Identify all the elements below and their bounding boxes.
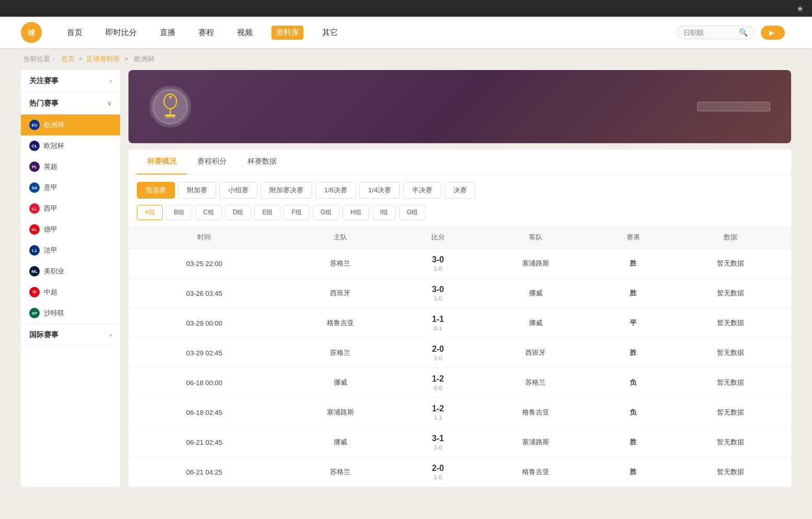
- ll-icon: LL: [29, 203, 40, 214]
- match-result: 胜: [596, 249, 670, 279]
- sidebar-header-follow[interactable]: 关注赛事 ›: [21, 70, 120, 92]
- away-team: 苏格兰: [475, 368, 596, 398]
- live-button[interactable]: ▶: [761, 26, 785, 40]
- match-result: 胜: [596, 279, 670, 308]
- header-right: 🔍 ▶: [677, 26, 791, 40]
- stage-tab-r16[interactable]: 1/8决赛: [315, 182, 356, 199]
- home-team: 挪威: [280, 428, 401, 457]
- table-row: 06-18 00:00 挪威 1-2 0-0 苏格兰 负 暂无数据: [128, 368, 791, 398]
- match-data: 暂无数据: [670, 428, 791, 457]
- table-row: 03-25 22:00 苏格兰 3-0 1-0 塞浦路斯 胜 暂无数据: [128, 249, 791, 279]
- table-row: 03-26 03:45 西班牙 3-0 1-0 挪威 胜 暂无数据: [128, 279, 791, 308]
- group-tab-g2[interactable]: G组: [399, 205, 426, 220]
- sidebar-item-bl[interactable]: BL 德甲: [21, 219, 120, 240]
- sidebar-item-mls[interactable]: ML 美职业: [21, 261, 120, 282]
- match-result: 负: [596, 398, 670, 428]
- group-tabs: A组 B组 C组 D组 E组 F组 G组 H组 I组 G组: [128, 203, 791, 226]
- sidebar-item-epl[interactable]: PL 英超: [21, 156, 120, 177]
- tournament-logo: ★ UEFA: [149, 86, 191, 128]
- group-tab-h[interactable]: H组: [343, 205, 369, 220]
- away-team: 挪威: [475, 279, 596, 308]
- search-input[interactable]: [684, 29, 736, 37]
- away-team: 格鲁吉亚: [475, 457, 596, 487]
- home-team: 塞浦路斯: [280, 398, 401, 428]
- sidebar-header-intl[interactable]: 国际赛事 ›: [21, 324, 120, 346]
- nav-item-直播[interactable]: 直播: [156, 26, 180, 40]
- match-time: 06-18 02:45: [128, 398, 280, 428]
- group-tab-c[interactable]: C组: [195, 205, 222, 220]
- stage-tab-final[interactable]: 决赛: [444, 182, 476, 199]
- nav-item-视频[interactable]: 视频: [233, 26, 257, 40]
- match-time: 06-21 02:45: [128, 428, 280, 457]
- match-score: 3-0 1-0: [401, 249, 475, 279]
- group-tab-d[interactable]: D组: [225, 205, 252, 220]
- nav-item-首页[interactable]: 首页: [63, 26, 87, 40]
- search-box[interactable]: 🔍: [677, 26, 755, 39]
- stage-tab-sf[interactable]: 半决赛: [403, 182, 441, 199]
- match-time: 06-18 00:00: [128, 368, 280, 398]
- col-home: 主队: [280, 226, 401, 249]
- match-time: 03-29 00:00: [128, 308, 280, 338]
- match-result: 胜: [596, 457, 670, 487]
- tab-data[interactable]: 杯赛数据: [237, 149, 287, 175]
- svg-text:UEFA: UEFA: [165, 115, 176, 120]
- match-data: 暂无数据: [670, 249, 791, 279]
- sidebar-item-euro[interactable]: EU 欧洲杯: [21, 114, 120, 135]
- tab-schedule[interactable]: 赛程积分: [187, 149, 237, 175]
- stage-tab-group[interactable]: 小组赛: [219, 182, 257, 199]
- sidebar-item-ll[interactable]: LL 西甲: [21, 198, 120, 219]
- sidebar-item-csl[interactable]: 中 中超: [21, 282, 120, 303]
- group-tab-f[interactable]: F组: [284, 205, 309, 220]
- header: 球 首页即时比分直播赛程视频资料库其它 🔍 ▶: [0, 17, 812, 48]
- csl-icon: 中: [29, 287, 40, 297]
- home-team: 西班牙: [280, 279, 401, 308]
- table-row: 06-18 02:45 塞浦路斯 1-2 1-1 格鲁吉亚 负 暂无数据: [128, 398, 791, 428]
- sidebar-item-ucl[interactable]: CL 欧冠杯: [21, 135, 120, 156]
- match-time: 03-26 03:45: [128, 279, 280, 308]
- home-team: 苏格兰: [280, 249, 401, 279]
- season-selector[interactable]: [697, 102, 770, 111]
- table-row: 03-29 02:45 苏格兰 2-0 1-0 西班牙 胜 暂无数据: [128, 338, 791, 368]
- sidebar-section-follow: 关注赛事 ›: [21, 70, 120, 93]
- logo[interactable]: 球: [21, 22, 46, 43]
- col-away: 客队: [475, 226, 596, 249]
- match-score: 3-1 1-0: [401, 428, 475, 457]
- stage-tab-playoff[interactable]: 附加赛: [178, 182, 216, 199]
- sidebar-item-spl[interactable]: SP 沙特联: [21, 303, 120, 324]
- group-tab-b[interactable]: B组: [166, 205, 192, 220]
- match-score: 1-2 1-1: [401, 398, 475, 428]
- match-table: 时间 主队 比分 客队 赛果 数据 03-25 22:00 苏格兰 3-0 1-…: [128, 226, 791, 487]
- match-result: 胜: [596, 428, 670, 457]
- group-tab-e[interactable]: E组: [254, 205, 280, 220]
- favorite-icon[interactable]: ★: [796, 4, 804, 14]
- euro-icon: EU: [29, 120, 40, 130]
- breadcrumb-database[interactable]: 足球资料库: [86, 55, 120, 63]
- group-tab-g[interactable]: G组: [313, 205, 339, 220]
- group-tab-a[interactable]: A组: [137, 205, 163, 220]
- sidebar-item-sa[interactable]: SA 意甲: [21, 177, 120, 198]
- nav-item-其它[interactable]: 其它: [318, 26, 342, 40]
- col-data: 数据: [670, 226, 791, 249]
- sidebar-header-hot[interactable]: 热门赛事 ∨: [21, 93, 120, 114]
- nav-item-即时比分[interactable]: 即时比分: [101, 26, 141, 40]
- stage-tab-qf[interactable]: 1/4决赛: [359, 182, 400, 199]
- home-team: 苏格兰: [280, 338, 401, 368]
- breadcrumb-home[interactable]: 首页: [61, 55, 75, 63]
- home-team: 苏格兰: [280, 457, 401, 487]
- tournament-info: [204, 106, 685, 108]
- nav-item-资料库[interactable]: 资料库: [272, 26, 303, 40]
- away-team: 格鲁吉亚: [475, 398, 596, 428]
- table-row: 06-21 02:45 挪威 3-1 1-0 塞浦路斯 胜 暂无数据: [128, 428, 791, 457]
- logo-icon: 球: [21, 22, 42, 43]
- chevron-right-icon-2: ›: [110, 331, 112, 339]
- nav-item-赛程[interactable]: 赛程: [194, 26, 218, 40]
- match-result: 胜: [596, 338, 670, 368]
- group-tab-i[interactable]: I组: [372, 205, 396, 220]
- stage-tab-playoff-final[interactable]: 附加赛决赛: [261, 182, 312, 199]
- sidebar-section-intl: 国际赛事 ›: [21, 324, 120, 347]
- sidebar-item-l1[interactable]: L1 法甲: [21, 240, 120, 261]
- chevron-right-icon: ›: [110, 77, 112, 85]
- tab-overview[interactable]: 杯赛概况: [137, 149, 187, 175]
- stage-tab-qualifier[interactable]: 预选赛: [137, 182, 175, 199]
- chevron-down-icon: ∨: [107, 100, 112, 107]
